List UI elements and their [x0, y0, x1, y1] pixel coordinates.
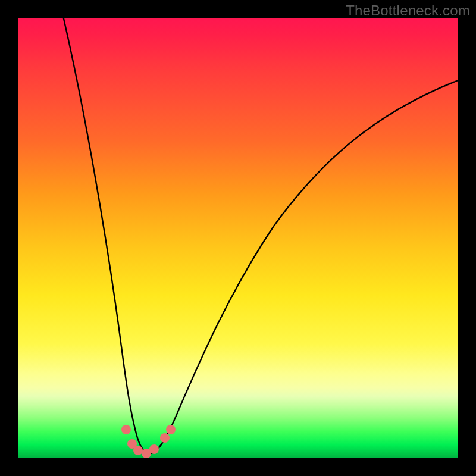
plot-area [18, 18, 458, 458]
chart-frame: TheBottleneck.com [0, 0, 476, 476]
svg-point-6 [166, 425, 176, 434]
svg-point-4 [149, 444, 159, 454]
watermark-text: TheBottleneck.com [346, 2, 470, 19]
svg-point-5 [160, 433, 170, 443]
svg-point-2 [133, 446, 143, 455]
optimal-band-markers [121, 425, 176, 458]
bottleneck-curve [61, 18, 458, 453]
svg-point-0 [121, 425, 131, 434]
curve-layer [18, 18, 458, 458]
